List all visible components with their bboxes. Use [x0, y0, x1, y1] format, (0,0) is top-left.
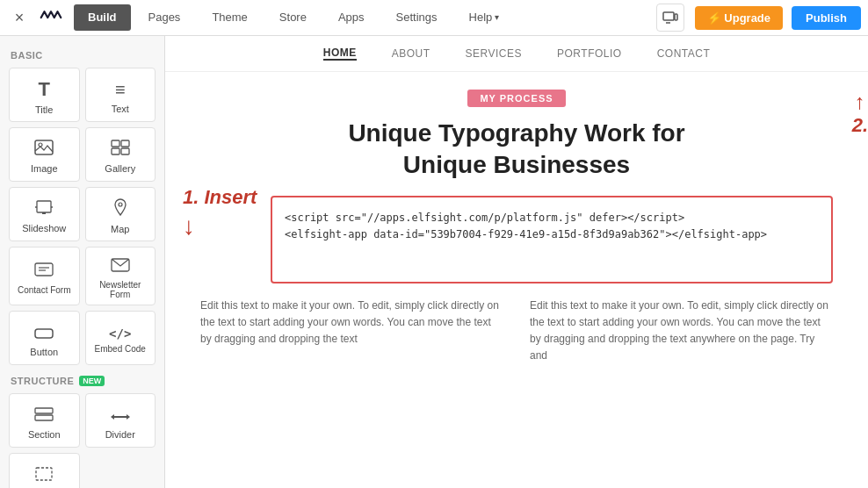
text-columns: Edit this text to make it your own. To e…: [200, 298, 833, 365]
svg-rect-8: [121, 148, 129, 154]
weebly-logo: [35, 5, 67, 30]
arrow-up-icon: ↑: [855, 90, 865, 114]
map-icon: [113, 198, 127, 220]
publish-button[interactable]: Publish: [792, 6, 861, 30]
chevron-down-icon: ▾: [495, 12, 499, 22]
arrow-down-icon: ↓: [183, 212, 195, 240]
embed-code-icon: </>: [109, 327, 131, 341]
text-column-1[interactable]: Edit this text to make it your own. To e…: [200, 298, 503, 365]
tab-pages[interactable]: Pages: [134, 0, 195, 36]
sidebar-item-label: Section: [28, 429, 61, 440]
svg-rect-7: [112, 148, 119, 154]
svg-marker-22: [111, 414, 114, 420]
sidebar-item-map[interactable]: Map: [85, 187, 156, 241]
sidebar-item-gallery[interactable]: Gallery: [85, 127, 156, 182]
sidebar-item-label: Gallery: [105, 163, 135, 174]
annotation-insert-label: 1. Insert: [183, 186, 257, 209]
svg-rect-18: [35, 329, 53, 338]
sidebar-structure-grid: Section Divider Spacer: [0, 390, 164, 488]
svg-rect-24: [36, 468, 52, 480]
tab-build[interactable]: Build: [74, 4, 131, 31]
svg-rect-1: [675, 14, 677, 20]
sidebar-item-newsletter-form[interactable]: Newsletter Form: [85, 247, 156, 305]
sidebar-item-label: Map: [111, 224, 129, 234]
text-icon: ≡: [115, 80, 126, 100]
tab-settings[interactable]: Settings: [382, 0, 452, 36]
svg-rect-6: [121, 140, 129, 147]
sidebar-item-label: Button: [30, 347, 58, 357]
canvas-content: HOME ABOUT SERVICES PORTFOLIO CONTACT ↑ …: [165, 36, 868, 488]
sidebar-item-divider[interactable]: Divider: [85, 393, 156, 448]
device-toggle-icon[interactable]: [656, 4, 684, 32]
tab-help[interactable]: Help ▾: [455, 0, 514, 36]
site-nav-services[interactable]: SERVICES: [466, 47, 522, 60]
sidebar-item-label: Contact Form: [18, 285, 71, 295]
process-badge: MY PROCESS: [467, 90, 565, 107]
sidebar-item-label: Divider: [105, 429, 135, 440]
sidebar-item-text[interactable]: ≡ Text: [85, 68, 156, 122]
new-badge: NEW: [79, 376, 105, 386]
svg-rect-14: [35, 263, 53, 276]
sidebar-section-structure-header: STRUCTURE NEW: [0, 369, 164, 390]
sidebar-item-spacer[interactable]: Spacer: [9, 453, 80, 488]
contact-form-icon: [34, 262, 54, 282]
embed-code-box[interactable]: <script src="//apps.elfsight.com/p/platf…: [271, 196, 833, 283]
sidebar-item-label: Text: [112, 104, 129, 114]
annotation-2: ↑ 2.: [852, 90, 868, 137]
top-navigation: × Build Pages Theme Store Apps Settings …: [0, 0, 868, 36]
sidebar-item-embed-code[interactable]: </> Embed Code: [85, 311, 156, 365]
image-icon: [34, 140, 54, 160]
sidebar-item-label: Slideshow: [22, 223, 66, 233]
sidebar-item-image[interactable]: Image: [9, 127, 80, 182]
site-nav-home[interactable]: HOME: [323, 47, 357, 61]
sidebar-item-label: Embed Code: [95, 344, 146, 354]
page-title: Unique Typography Work for Unique Busine…: [200, 118, 833, 182]
newsletter-icon: [111, 256, 130, 276]
sidebar-basic-grid: T Title ≡ Text Image Gallery: [0, 64, 164, 369]
site-nav-portfolio[interactable]: PORTFOLIO: [557, 47, 622, 60]
close-icon[interactable]: ×: [7, 5, 32, 30]
site-nav-about[interactable]: ABOUT: [392, 47, 430, 60]
sidebar-item-label: Newsletter Form: [90, 280, 152, 299]
text-column-2[interactable]: Edit this text to make it your own. To e…: [530, 298, 833, 365]
spacer-icon: [34, 465, 54, 485]
slideshow-icon: [34, 199, 54, 219]
section-icon: [34, 405, 54, 426]
divider-icon: [111, 405, 130, 426]
svg-marker-23: [127, 414, 130, 420]
svg-rect-19: [35, 408, 53, 413]
upgrade-button[interactable]: ⚡ Upgrade: [695, 6, 783, 30]
annotation-2-label: 2.: [852, 114, 868, 137]
button-icon: [34, 323, 54, 343]
sidebar: BASIC T Title ≡ Text Image Gallery: [0, 36, 165, 488]
title-icon: T: [39, 78, 50, 101]
sidebar-section-basic: BASIC: [0, 45, 164, 64]
sidebar-item-slideshow[interactable]: Slideshow: [9, 187, 80, 241]
gallery-icon: [111, 140, 130, 160]
tab-apps[interactable]: Apps: [324, 0, 379, 36]
page-title-area: Unique Typography Work for Unique Busine…: [200, 118, 833, 182]
svg-rect-9: [37, 201, 51, 212]
canvas-area[interactable]: HOME ABOUT SERVICES PORTFOLIO CONTACT ↑ …: [165, 36, 868, 488]
sidebar-item-contact-form[interactable]: Contact Form: [9, 247, 80, 305]
tab-theme[interactable]: Theme: [198, 0, 261, 36]
site-nav-contact[interactable]: CONTACT: [657, 47, 711, 60]
sidebar-item-section[interactable]: Section: [9, 393, 80, 448]
site-navigation: HOME ABOUT SERVICES PORTFOLIO CONTACT: [165, 36, 868, 72]
svg-point-13: [119, 203, 122, 206]
tab-store[interactable]: Store: [265, 0, 321, 36]
sidebar-item-button[interactable]: Button: [9, 311, 80, 365]
sidebar-item-label: Title: [35, 104, 53, 115]
main-layout: BASIC T Title ≡ Text Image Gallery: [0, 36, 868, 488]
svg-rect-0: [663, 12, 674, 20]
annotation-insert: 1. Insert ↓: [183, 186, 257, 240]
svg-rect-3: [35, 140, 53, 154]
sidebar-item-label: Image: [31, 163, 58, 174]
page-content: ↑ 2. MY PROCESS Unique Typography Work f…: [165, 72, 868, 383]
svg-rect-20: [35, 415, 53, 420]
sidebar-section-structure: STRUCTURE: [11, 376, 74, 386]
svg-rect-5: [112, 140, 119, 147]
sidebar-item-title[interactable]: T Title: [9, 68, 80, 122]
